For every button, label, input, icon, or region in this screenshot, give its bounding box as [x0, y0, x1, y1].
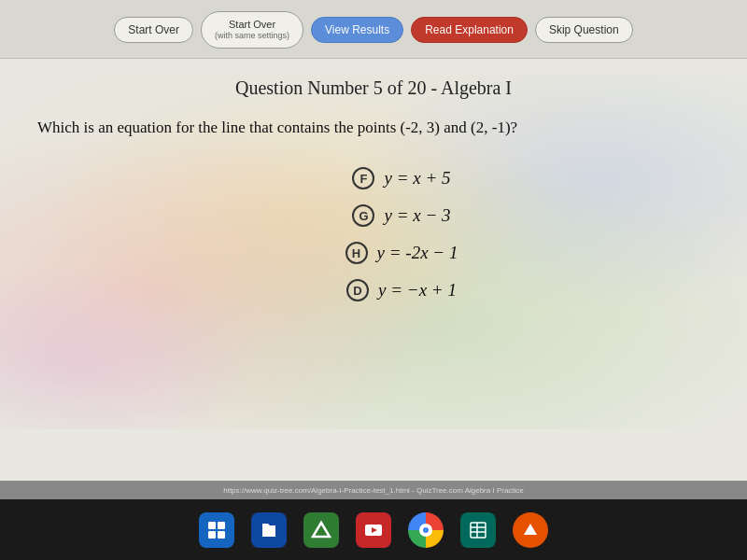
answer-label-g: G [352, 204, 374, 227]
read-explanation-button[interactable]: Read Explanation [411, 17, 528, 43]
start-over-settings-button[interactable]: Start Over (with same settings) [201, 11, 303, 49]
taskbar-icon-chrome[interactable] [408, 512, 444, 548]
taskbar [0, 499, 747, 560]
answer-text-h: y = -2x − 1 [377, 243, 458, 263]
answer-text-f: y = x + 5 [384, 168, 450, 189]
view-results-button[interactable]: View Results [311, 17, 403, 43]
svg-marker-4 [313, 523, 330, 537]
taskbar-icon-files[interactable] [251, 512, 287, 548]
start-over-button[interactable]: Start Over [114, 17, 193, 43]
taskbar-icon-nav[interactable] [513, 512, 548, 548]
answer-label-f: F [352, 167, 374, 189]
skip-question-button[interactable]: Skip Question [535, 17, 633, 43]
browser-url-bar: https://www.quiz-tree.com/Algebra-I-Prac… [0, 481, 747, 499]
taskbar-icon-drive[interactable] [303, 512, 339, 548]
answer-choice-g[interactable]: G y = x − 3 [352, 204, 450, 227]
svg-rect-3 [218, 531, 225, 539]
answer-choice-h[interactable]: H y = -2x − 1 [345, 242, 458, 264]
svg-rect-1 [218, 522, 225, 529]
question-text: Which is an equation for the line that c… [37, 116, 710, 140]
taskbar-icon-apps[interactable] [199, 512, 234, 548]
taskbar-icon-sheets[interactable] [460, 512, 496, 548]
svg-rect-2 [208, 531, 216, 539]
answer-choice-f[interactable]: F y = x + 5 [352, 167, 450, 189]
svg-rect-7 [471, 523, 486, 538]
question-number: Question Number 5 of 20 - Algebra I [37, 77, 710, 99]
svg-rect-0 [208, 522, 216, 529]
answer-label-h: H [345, 242, 368, 264]
answer-choice-d[interactable]: D y = −x + 1 [346, 279, 457, 301]
answer-label-d: D [346, 279, 369, 301]
main-content-area: Start Over Start Over (with same setting… [0, 0, 747, 485]
browser-url-text: https://www.quiz-tree.com/Algebra-I-Prac… [223, 486, 524, 495]
answer-text-d: y = −x + 1 [378, 280, 457, 301]
toolbar: Start Over Start Over (with same setting… [0, 0, 747, 59]
answers-list: F y = x + 5 G y = x − 3 H y = -2x − 1 D [37, 167, 710, 301]
question-area: Question Number 5 of 20 - Algebra I Whic… [0, 59, 747, 312]
taskbar-icon-youtube[interactable] [356, 512, 391, 548]
svg-marker-11 [524, 524, 537, 535]
answer-text-g: y = x − 3 [384, 205, 450, 226]
